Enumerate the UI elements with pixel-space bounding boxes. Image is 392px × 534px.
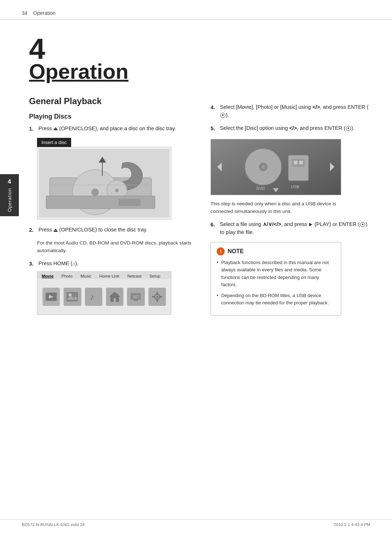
step-4: 4. Select [Movie], [Photo] or [Music] us… <box>211 103 370 119</box>
home-icon-music: ♪ <box>85 288 102 306</box>
step-6-num: 6. <box>211 221 219 229</box>
note-icon: ! <box>217 247 225 255</box>
left-column: 4 Operation General Playback Playing Dis… <box>29 34 196 316</box>
steps-left: 1. Press ⏏ (OPEN/CLOSE), and place a dis… <box>29 125 196 133</box>
svg-text:♪: ♪ <box>90 292 94 301</box>
svg-rect-38 <box>294 161 298 164</box>
insert-disc-section: Insert a disc <box>37 138 196 219</box>
note-list: • Playback functions described in this m… <box>217 259 335 307</box>
page-header: 34 Operation <box>0 0 392 20</box>
home-icon-movie <box>42 288 60 306</box>
note-title: NOTE <box>228 248 244 255</box>
home-menu-tabs: Movie Photo Music Home Link Netcast Setu… <box>37 272 171 279</box>
music-icon-svg: ♪ <box>87 290 100 303</box>
photo-icon-svg <box>66 290 79 303</box>
home-icon-photo <box>64 288 81 306</box>
note-item-1: • Playback functions described in this m… <box>217 259 335 288</box>
svg-rect-28 <box>160 296 162 297</box>
note-text-2: Depending on the BD-ROM titles, a USB de… <box>221 292 335 307</box>
svg-point-34 <box>261 165 265 169</box>
chapter-title: Operation <box>29 60 196 83</box>
step-5-text: Select the [Disc] option using </>, and … <box>220 124 370 132</box>
eject-icon-1: ⏏ <box>53 125 58 132</box>
right-column: 4. Select [Movie], [Photo] or [Music] us… <box>211 34 370 316</box>
svg-rect-39 <box>299 161 303 164</box>
main-content: 4 Operation General Playback Playing Dis… <box>0 20 392 330</box>
svg-point-24 <box>156 296 158 298</box>
home-tab-homelink: Home Link <box>98 273 121 279</box>
step-1: 1. Press ⏏ (OPEN/CLOSE), and place a dis… <box>29 125 196 133</box>
svg-rect-27 <box>152 296 154 297</box>
dvd-usb-note: This step is needed only when a disc and… <box>211 200 341 215</box>
footer-left: BD572-N-BUSALLK-ENG.indd 34 <box>22 522 85 527</box>
svg-rect-8 <box>119 199 140 206</box>
step-6: 6. Select a file using ∧/∨/</>, and pres… <box>211 221 370 237</box>
insert-disc-label: Insert a disc <box>37 138 71 147</box>
dvd-usb-box: DVD USB <box>211 139 341 195</box>
step-4-text: Select [Movie], [Photo] or [Music] using… <box>220 103 370 119</box>
section-title: General Playback <box>29 96 196 106</box>
step-3: 3. Press HOME (⌂). <box>29 260 196 268</box>
svg-marker-18 <box>109 292 121 302</box>
dvd-usb-inner: DVD USB <box>211 139 341 195</box>
step-5: 5. Select the [Disc] option using </>, a… <box>211 124 370 133</box>
side-tab: 4 Operation <box>0 174 19 216</box>
note-header: ! NOTE <box>217 247 335 255</box>
svg-text:USB: USB <box>291 185 299 189</box>
svg-text:DVD: DVD <box>256 186 265 190</box>
note-item-2: • Depending on the BD-ROM titles, a USB … <box>217 292 335 307</box>
step-1-num: 1. <box>29 125 37 133</box>
home-icon-setup <box>148 288 166 306</box>
svg-rect-14 <box>67 292 78 301</box>
note-bullet-1: • <box>217 259 219 266</box>
step-4-num: 4. <box>211 103 219 112</box>
play-icon <box>309 223 312 226</box>
svg-point-3 <box>91 189 99 196</box>
chapter-number: 4 <box>29 34 196 63</box>
home-tab-music: Music <box>79 273 93 279</box>
home-menu-icons: ♪ NET <box>37 279 171 315</box>
step-1-text: Press ⏏ (OPEN/CLOSE), and place a disc o… <box>38 125 196 133</box>
step-5-num: 5. <box>211 124 219 133</box>
home-icon-homelink <box>106 288 123 306</box>
steps-right: 4. Select [Movie], [Photo] or [Music] us… <box>211 103 370 132</box>
home-tab-photo: Photo <box>60 273 74 279</box>
step-2: 2. Press ⏏ (OPEN/CLOSE) to close the dis… <box>29 226 196 234</box>
step-2-num: 2. <box>29 226 37 234</box>
side-tab-label: Operation <box>7 188 12 212</box>
step-3-num: 3. <box>29 260 37 268</box>
eject-icon-2: ⏏ <box>53 227 58 234</box>
home-tab-setup: Setup <box>148 273 162 279</box>
home-icon: ⌂ <box>72 260 75 267</box>
setup-icon-svg <box>151 290 164 303</box>
sub-text-2: For the most Audio CD, BD-ROM and DVD-RO… <box>37 239 196 255</box>
steps-left-2: 2. Press ⏏ (OPEN/CLOSE) to close the dis… <box>29 226 196 234</box>
subsection-title: Playing Discs <box>29 113 196 120</box>
home-tab-movie: Movie <box>40 273 55 279</box>
note-text-1: Playback functions described in this man… <box>221 259 335 288</box>
enter-icon-5: ● <box>346 126 351 131</box>
page-number-top: 34 <box>22 10 28 16</box>
footer-right: 2010.2.1 4:43:4 PM <box>334 522 370 527</box>
page-footer: BD572-N-BUSALLK-ENG.indd 34 2010.2.1 4:4… <box>0 519 392 527</box>
note-bullet-2: • <box>217 292 219 299</box>
disc-image-box <box>37 147 171 219</box>
home-icon-netcast: NET <box>127 288 144 306</box>
page: 34 Operation 4 Operation 4 Operation Gen… <box>0 0 392 534</box>
step-6-text: Select a file using ∧/∨/</>, and press (… <box>220 221 370 237</box>
home-menu-box: Movie Photo Music Home Link Netcast Setu… <box>37 271 171 315</box>
enter-icon-4: ● <box>220 113 225 118</box>
dvd-usb-svg: DVD USB <box>211 139 341 195</box>
step-3-text: Press HOME (⌂). <box>38 260 196 268</box>
svg-rect-26 <box>156 300 158 302</box>
step-2-text: Press ⏏ (OPEN/CLOSE) to close the disc t… <box>38 226 196 234</box>
svg-point-5 <box>115 189 119 192</box>
home-tab-netcast: Netcast <box>126 273 143 279</box>
homelink-icon-svg <box>108 290 121 303</box>
enter-icon-6: ● <box>360 222 365 227</box>
page-header-section: Operation <box>33 10 56 16</box>
side-tab-number: 4 <box>8 178 11 185</box>
disc-tray-illustration <box>39 149 170 218</box>
note-box: ! NOTE • Playback functions described in… <box>211 242 341 316</box>
svg-rect-25 <box>156 292 158 294</box>
